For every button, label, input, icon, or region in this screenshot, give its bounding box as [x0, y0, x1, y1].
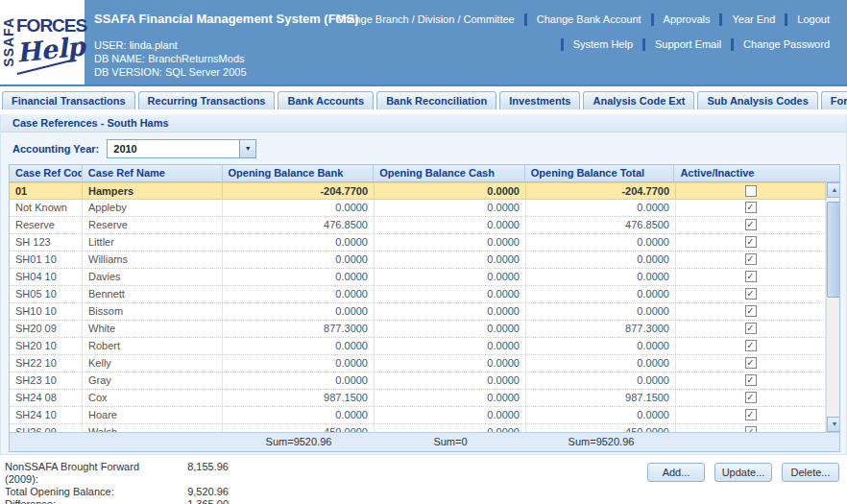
column-header-opening-balance-bank[interactable]: Opening Balance Bank [223, 165, 375, 181]
active-checkbox[interactable] [745, 392, 757, 403]
db-name-info: DB NAME: BranchReturnsMods [94, 52, 358, 65]
active-checkbox[interactable] [745, 409, 757, 420]
menu-item-year-end[interactable]: Year End [722, 13, 785, 25]
cell-active-inactive [676, 303, 826, 320]
tabbar: Financial TransactionsRecurring Transact… [0, 89, 847, 109]
menu-item-change-branch-division-committee[interactable]: Change Branch / Division / Committee [326, 13, 523, 25]
delete-button[interactable]: Delete... [782, 463, 839, 482]
active-checkbox[interactable] [745, 219, 757, 230]
menu-item-change-password[interactable]: Change Password [734, 38, 839, 50]
cell-case-ref-name: Walsh [83, 424, 223, 432]
footer: NonSSAFA Brought Forward (2009):8,155.96… [0, 455, 847, 504]
update-button[interactable]: Update... [714, 463, 772, 482]
table-row[interactable]: SH20 10Robert0.00000.00000.0000 [10, 338, 826, 355]
cell-active-inactive [676, 424, 826, 432]
tab-sub-analysis-codes[interactable]: Sub Analysis Codes [697, 91, 817, 109]
table-row[interactable]: SH04 10Davies0.00000.00000.0000 [10, 269, 826, 286]
scroll-up-icon[interactable]: ▲ [827, 182, 839, 198]
menu-item-approvals[interactable]: Approvals [654, 13, 720, 25]
cell-active-inactive [676, 200, 826, 216]
cell-opening-balance-total: -204.7700 [526, 183, 676, 199]
header-menus: Change Branch / Division / CommitteeChan… [326, 12, 839, 61]
table-row[interactable]: Not KnownAppleby0.00000.00000.0000 [10, 200, 826, 217]
menu-item-change-bank-account[interactable]: Change Bank Account [527, 13, 651, 25]
scroll-down-icon[interactable]: ▼ [827, 417, 839, 432]
active-checkbox[interactable] [745, 202, 757, 213]
active-checkbox[interactable] [745, 340, 757, 351]
table-row[interactable]: SH10 10Bissom0.00000.00000.0000 [10, 303, 826, 321]
cell-opening-balance-total: 0.0000 [526, 372, 676, 389]
cell-case-ref-name: Reserve [83, 217, 223, 233]
table-rows: 01Hampers-204.77000.0000-204.7700Not Kno… [10, 182, 826, 432]
tab-investments[interactable]: Investments [499, 91, 580, 109]
table-row[interactable]: SH24 10Hoare0.00000.00000.0000 [10, 407, 826, 424]
cell-opening-balance-bank: 450.0000 [223, 424, 375, 432]
vertical-scrollbar[interactable]: ▲ ▼ [826, 182, 839, 432]
cell-case-ref-name: Kelly [83, 355, 223, 372]
menu-item-support-email[interactable]: Support Email [645, 38, 731, 50]
table-row[interactable]: SH20 09White877.30000.0000877.3000 [10, 321, 826, 338]
accounting-year-select[interactable]: 2010 ▼ [107, 139, 256, 158]
table-row[interactable]: SH26 09Walsh450.00000.0000450.0000 [10, 424, 826, 432]
table-row[interactable]: SH23 10Gray0.00000.00000.0000 [10, 372, 826, 390]
active-checkbox[interactable] [745, 271, 757, 282]
cell-opening-balance-total: 0.0000 [526, 269, 676, 285]
active-checkbox[interactable] [745, 185, 757, 197]
cell-case-ref-name: White [83, 321, 223, 337]
cell-active-inactive [676, 269, 826, 285]
tab-analysis-code-ext[interactable]: Analysis Code Ext [583, 91, 694, 109]
ssafa-logo: SSAFA FORCES Help [0, 0, 85, 84]
active-checkbox[interactable] [745, 426, 757, 432]
totals-label-total-opening-balance: Total Opening Balance: [5, 486, 166, 498]
cell-case-ref-name: Gray [83, 372, 223, 389]
scrollbar-thumb[interactable] [827, 202, 839, 298]
cell-opening-balance-total: 0.0000 [526, 286, 676, 302]
sum-total: Sum=9520.96 [526, 433, 676, 451]
cell-case-ref-code: SH20 10 [10, 338, 83, 354]
table-row[interactable]: ReserveReserve476.85000.0000476.8500 [10, 217, 826, 234]
table-row[interactable]: SH05 10Bennett0.00000.00000.0000 [10, 286, 826, 303]
active-checkbox[interactable] [745, 236, 757, 248]
cell-opening-balance-total: 0.0000 [526, 407, 676, 423]
menu-item-system-help[interactable]: System Help [564, 38, 642, 50]
chevron-down-icon[interactable]: ▼ [239, 140, 255, 157]
cell-case-ref-name: Hampers [83, 183, 223, 199]
cell-case-ref-code: SH05 10 [10, 286, 83, 302]
table-row[interactable]: SH01 10Williams0.00000.00000.0000 [10, 252, 826, 269]
column-header-opening-balance-total[interactable]: Opening Balance Total [525, 165, 675, 181]
cell-case-ref-code: Not Known [10, 200, 83, 216]
cell-opening-balance-bank: 0.0000 [223, 234, 375, 251]
tab-bank-accounts[interactable]: Bank Accounts [278, 91, 374, 109]
accounting-year-label: Accounting Year: [12, 143, 99, 155]
active-checkbox[interactable] [745, 357, 757, 369]
cell-case-ref-name: Appleby [83, 200, 223, 216]
tab-formal-reporting[interactable]: Formal Reporting [821, 91, 847, 109]
active-checkbox[interactable] [745, 374, 757, 386]
tab-recurring-transactions[interactable]: Recurring Transactions [138, 91, 276, 109]
cell-opening-balance-total: 0.0000 [526, 338, 676, 354]
table-row[interactable]: 01Hampers-204.77000.0000-204.7700 [10, 182, 826, 200]
cell-opening-balance-cash: 0.0000 [375, 338, 526, 354]
menu-item-logout[interactable]: Logout [787, 13, 839, 25]
cell-opening-balance-total: 0.0000 [526, 355, 676, 372]
table-row[interactable]: SH22 10Kelly0.00000.00000.0000 [10, 355, 826, 372]
totals-row: NonSSAFA Brought Forward (2009):8,155.96 [5, 461, 229, 486]
column-header-case-ref-code[interactable]: Case Ref Code [10, 165, 83, 181]
sum-bank: Sum=9520.96 [223, 433, 375, 451]
add-button[interactable]: Add... [647, 463, 705, 482]
cell-opening-balance-bank: 0.0000 [223, 200, 375, 216]
tab-bank-reconciliation[interactable]: Bank Reconciliation [376, 91, 496, 109]
active-checkbox[interactable] [745, 288, 757, 300]
column-header-case-ref-name[interactable]: Case Ref Name [83, 165, 223, 181]
column-header-opening-balance-cash[interactable]: Opening Balance Cash [374, 165, 525, 181]
cell-active-inactive [676, 372, 826, 389]
table-row[interactable]: SH24 08Cox987.15000.0000987.1500 [10, 390, 826, 407]
active-checkbox[interactable] [745, 323, 757, 334]
table-row[interactable]: SH 123Littler0.00000.00000.0000 [10, 234, 826, 252]
cell-active-inactive [676, 338, 826, 354]
cell-case-ref-code: SH 123 [10, 234, 83, 251]
active-checkbox[interactable] [745, 305, 757, 317]
active-checkbox[interactable] [745, 253, 757, 265]
column-header-active-inactive[interactable]: Active/Inactive [674, 165, 839, 181]
tab-financial-transactions[interactable]: Financial Transactions [2, 91, 135, 109]
